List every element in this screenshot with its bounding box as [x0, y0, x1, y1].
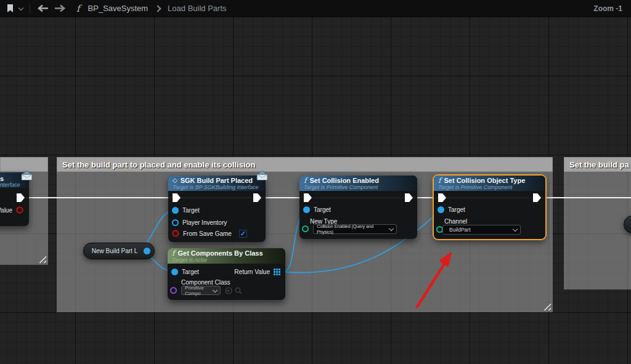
- target-pin[interactable]: [172, 207, 179, 214]
- dropdown-value: Collision Enabled (Query and Physics): [317, 224, 386, 235]
- node-set-collision-object-type[interactable]: f Set Collision Object Type Target is Pr…: [434, 176, 545, 239]
- function-graph-icon: f: [76, 3, 80, 14]
- browse-search-icon[interactable]: [235, 287, 242, 294]
- dropdown-value: Primitive Compo: [185, 285, 212, 296]
- node-title: Set Collision Enabled: [309, 177, 378, 184]
- exec-out-pin[interactable]: [17, 193, 25, 202]
- breadcrumb-current[interactable]: Load Build Parts: [168, 4, 226, 13]
- node-subtitle: Target is Primitive Component: [438, 184, 541, 190]
- pin-label: Target: [314, 206, 331, 213]
- node-subtitle: Target is BP SGKBuilding Interface: [173, 184, 261, 190]
- component-class-pin[interactable]: [170, 287, 177, 294]
- message-envelope-icon: [256, 170, 269, 184]
- return-value-array-pin[interactable]: [274, 269, 280, 275]
- comment-header[interactable]: Set the build part to placed and enable …: [57, 157, 553, 172]
- component-class-dropdown[interactable]: Primitive Compo: [181, 286, 221, 295]
- node-set-collision-enabled[interactable]: f Set Collision Enabled Target is Primit…: [299, 176, 417, 239]
- return-value-pin[interactable]: [16, 206, 23, 214]
- node-subtitle: Target is Actor: [172, 257, 281, 263]
- use-asset-icon[interactable]: [225, 287, 232, 294]
- forward-arrow-icon: [54, 4, 66, 12]
- player-inventory-pin[interactable]: [172, 219, 179, 226]
- exec-out-pin[interactable]: [405, 193, 413, 202]
- variable-output-pin[interactable]: [144, 248, 150, 254]
- checkmark-icon: ✓: [240, 230, 246, 238]
- forward-button[interactable]: [54, 4, 66, 12]
- zoom-level-label: Zoom -1: [593, 4, 625, 13]
- node-sgk-build-part-placed[interactable]: ◇ SGK Build Part Placed Target is BP SGK…: [168, 176, 266, 242]
- comment-right-clipped: Set the build pa: [564, 157, 631, 289]
- channel-dropdown[interactable]: BuildPart: [442, 225, 521, 235]
- channel-label: Channel: [444, 218, 467, 225]
- chevron-down-icon: [213, 287, 218, 292]
- pin-label-fragment: n Value: [0, 207, 12, 214]
- target-pin[interactable]: [438, 206, 444, 213]
- comment-header[interactable]: Set the build pa: [564, 157, 631, 172]
- exec-in-pin[interactable]: [438, 193, 446, 202]
- chevron-down-icon: [18, 5, 23, 10]
- comment-title: Set the build part to placed and enable …: [62, 160, 256, 169]
- back-button[interactable]: [37, 4, 49, 12]
- pin-label: Return Value: [234, 269, 270, 275]
- breadcrumb-chevron-icon: [154, 5, 161, 12]
- function-icon: f: [304, 177, 306, 184]
- back-arrow-icon: [37, 4, 49, 12]
- node-subtitle: Target is Primitive Component: [304, 184, 413, 190]
- new-type-dropdown[interactable]: Collision Enabled (Query and Physics): [313, 224, 397, 234]
- exec-out-pin[interactable]: [253, 193, 261, 202]
- variable-label: New Build Part L: [92, 248, 137, 254]
- target-pin[interactable]: [303, 206, 310, 213]
- chevron-down-icon: [513, 227, 518, 232]
- from-save-game-pin[interactable]: [172, 230, 179, 237]
- comment-title: Set the build pa: [569, 160, 629, 169]
- node-get-components-by-class[interactable]: f Get Components By Class Target is Acto…: [168, 248, 285, 300]
- new-type-pin[interactable]: [302, 225, 309, 232]
- pin-label: Target: [448, 206, 465, 213]
- pin-label: Player Inventory: [182, 219, 227, 226]
- pin-label: Target: [182, 207, 200, 214]
- target-pin[interactable]: [171, 269, 178, 275]
- from-save-game-checkbox[interactable]: ✓: [239, 230, 247, 238]
- variable-node-new-build-part[interactable]: New Build Part L: [83, 243, 155, 259]
- message-envelope-icon: [20, 170, 33, 184]
- blueprint-graph-canvas[interactable]: Set the build part to placed and enable …: [0, 0, 631, 364]
- node-title: Set Collision Object Type: [444, 177, 525, 184]
- exec-out-pin[interactable]: [533, 193, 541, 202]
- graph-toolbar: f BP_SaveSystem Load Build Parts Zoom -1: [0, 0, 631, 17]
- bookmark-icon: [6, 4, 14, 13]
- comment-body: [564, 172, 631, 289]
- pin-label: Target: [182, 269, 199, 275]
- exec-in-pin[interactable]: [304, 193, 312, 202]
- breadcrumb-root[interactable]: BP_SaveSystem: [88, 4, 149, 13]
- node-title: SGK Build Part Placed: [181, 177, 253, 184]
- function-icon: f: [438, 177, 441, 184]
- node-left-clipped[interactable]: s nterface n Value: [0, 172, 29, 226]
- interface-event-icon: ◇: [173, 177, 177, 184]
- node-subtitle-fragment: nterface: [0, 182, 20, 188]
- node-title: Get Components By Class: [177, 249, 263, 257]
- chevron-down-icon: [389, 226, 394, 231]
- function-icon: f: [172, 250, 174, 256]
- toolbar-divider: [30, 4, 30, 14]
- pin-label: From Save Game: [183, 230, 232, 237]
- exec-in-pin[interactable]: [173, 193, 181, 202]
- dropdown-value: BuildPart: [449, 227, 471, 233]
- bookmarks-button[interactable]: [6, 4, 23, 13]
